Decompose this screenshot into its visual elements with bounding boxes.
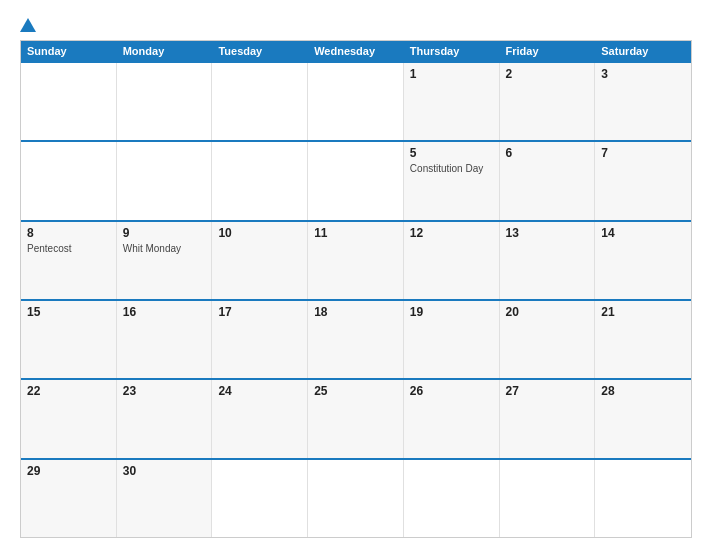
cal-cell: 20 [500,301,596,378]
cal-cell [117,63,213,140]
cal-cell: 1 [404,63,500,140]
cal-cell [212,460,308,537]
day-number: 12 [410,226,493,240]
day-number: 10 [218,226,301,240]
cal-cell: 25 [308,380,404,457]
logo-blue-row [20,18,38,32]
week-row-5: 22232425262728 [21,378,691,457]
day-number: 2 [506,67,589,81]
day-event: Whit Monday [123,242,206,255]
cal-cell [308,142,404,219]
day-number: 21 [601,305,685,319]
day-number: 23 [123,384,206,398]
cal-cell: 2 [500,63,596,140]
header-day-saturday: Saturday [595,41,691,61]
header-day-sunday: Sunday [21,41,117,61]
calendar-body: 1235Constitution Day678Pentecost9Whit Mo… [21,61,691,537]
week-row-3: 8Pentecost9Whit Monday1011121314 [21,220,691,299]
cal-cell [117,142,213,219]
cal-cell: 23 [117,380,213,457]
cal-cell: 24 [212,380,308,457]
cal-cell: 5Constitution Day [404,142,500,219]
cal-cell: 28 [595,380,691,457]
cal-cell: 8Pentecost [21,222,117,299]
cal-cell: 12 [404,222,500,299]
cal-cell [308,63,404,140]
day-event: Pentecost [27,242,110,255]
day-number: 25 [314,384,397,398]
cal-cell [595,460,691,537]
header-day-tuesday: Tuesday [212,41,308,61]
logo-triangle-icon [20,18,36,32]
calendar: SundayMondayTuesdayWednesdayThursdayFrid… [20,40,692,538]
day-number: 6 [506,146,589,160]
cal-cell: 26 [404,380,500,457]
header-day-friday: Friday [500,41,596,61]
cal-cell [21,142,117,219]
day-number: 13 [506,226,589,240]
calendar-header: SundayMondayTuesdayWednesdayThursdayFrid… [21,41,691,61]
header [20,18,692,32]
logo [20,18,38,32]
day-number: 22 [27,384,110,398]
header-day-monday: Monday [117,41,213,61]
day-number: 7 [601,146,685,160]
week-row-1: 123 [21,61,691,140]
week-row-6: 2930 [21,458,691,537]
cal-cell: 10 [212,222,308,299]
day-number: 14 [601,226,685,240]
cal-cell [212,142,308,219]
cal-cell: 7 [595,142,691,219]
day-number: 11 [314,226,397,240]
cal-cell: 11 [308,222,404,299]
day-event: Constitution Day [410,162,493,175]
cal-cell: 17 [212,301,308,378]
day-number: 16 [123,305,206,319]
week-row-4: 15161718192021 [21,299,691,378]
cal-cell: 13 [500,222,596,299]
cal-cell: 29 [21,460,117,537]
day-number: 20 [506,305,589,319]
cal-cell [500,460,596,537]
day-number: 30 [123,464,206,478]
cal-cell: 27 [500,380,596,457]
day-number: 24 [218,384,301,398]
day-number: 9 [123,226,206,240]
day-number: 15 [27,305,110,319]
cal-cell: 15 [21,301,117,378]
cal-cell: 16 [117,301,213,378]
page: SundayMondayTuesdayWednesdayThursdayFrid… [0,0,712,550]
day-number: 3 [601,67,685,81]
day-number: 1 [410,67,493,81]
cal-cell: 18 [308,301,404,378]
cal-cell: 30 [117,460,213,537]
cal-cell: 21 [595,301,691,378]
day-number: 28 [601,384,685,398]
day-number: 29 [27,464,110,478]
day-number: 5 [410,146,493,160]
cal-cell: 19 [404,301,500,378]
cal-cell [404,460,500,537]
cal-cell [212,63,308,140]
day-number: 27 [506,384,589,398]
cal-cell: 6 [500,142,596,219]
week-row-2: 5Constitution Day67 [21,140,691,219]
day-number: 26 [410,384,493,398]
cal-cell [21,63,117,140]
cal-cell [308,460,404,537]
cal-cell: 22 [21,380,117,457]
cal-cell: 9Whit Monday [117,222,213,299]
day-number: 19 [410,305,493,319]
header-day-wednesday: Wednesday [308,41,404,61]
header-day-thursday: Thursday [404,41,500,61]
cal-cell: 14 [595,222,691,299]
day-number: 8 [27,226,110,240]
cal-cell: 3 [595,63,691,140]
day-number: 18 [314,305,397,319]
day-number: 17 [218,305,301,319]
